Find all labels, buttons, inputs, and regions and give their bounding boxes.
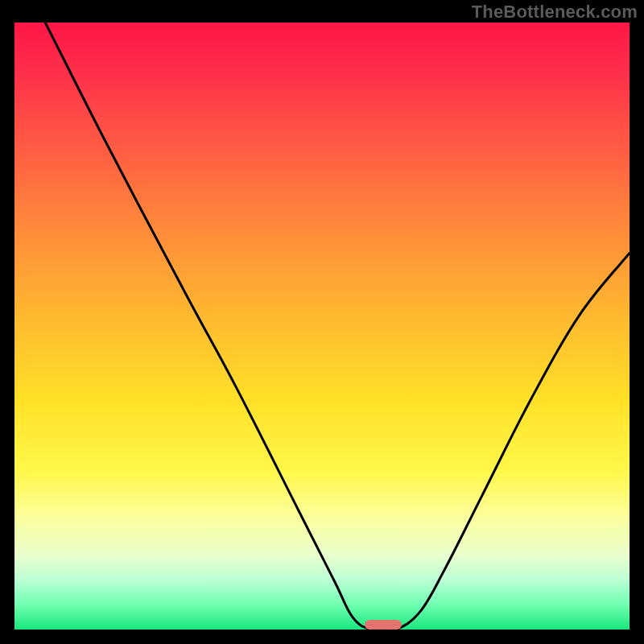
plot-area	[14, 23, 630, 630]
bottleneck-curve-path	[45, 23, 630, 630]
bottleneck-curve-svg	[14, 23, 630, 630]
watermark-text: TheBottleneck.com	[472, 2, 638, 23]
optimal-range-marker	[365, 620, 402, 630]
chart-frame: TheBottleneck.com	[0, 0, 644, 644]
